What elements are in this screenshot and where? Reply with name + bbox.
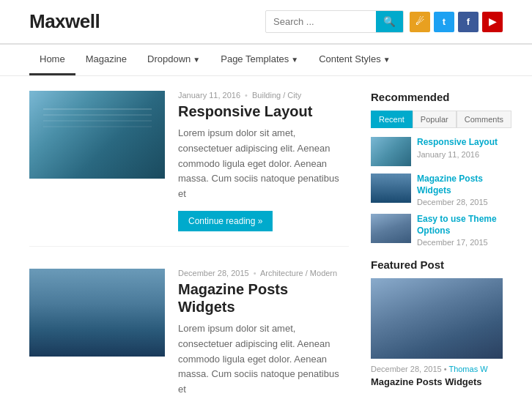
rec-date-3: December 17, 2015 xyxy=(417,238,503,247)
recommended-title: Recommended xyxy=(371,91,503,103)
article-title-2[interactable]: Magazine Posts Widgets xyxy=(178,280,349,316)
article-excerpt-2: Lorem ipsum dolor sit amet, consectetuer… xyxy=(178,321,349,398)
content-area: January 11, 2016 • Building / City Respo… xyxy=(29,91,349,399)
rec-title-1[interactable]: Responsive Layout xyxy=(417,137,498,149)
article-meta-1: January 11, 2016 • Building / City xyxy=(178,91,349,100)
nav-link-dropdown[interactable]: Dropdown▼ xyxy=(137,45,210,73)
tabs: Recent Popular Comments xyxy=(371,111,503,128)
rec-content-1: Responsive Layout January 11, 2016 xyxy=(417,137,498,159)
chevron-down-icon: ▼ xyxy=(383,56,391,64)
nav-item-dropdown[interactable]: Dropdown▼ xyxy=(137,45,210,75)
facebook-icon[interactable]: f xyxy=(458,12,479,32)
rec-item-2: Magazine Posts Widgets December 28, 2015 xyxy=(371,174,503,206)
rss-icon[interactable]: ☄ xyxy=(410,12,430,32)
nav-item-page-templates[interactable]: Page Templates▼ xyxy=(210,45,309,75)
continue-reading-1[interactable]: Continue reading xyxy=(178,211,273,231)
rec-thumb-1 xyxy=(371,137,411,166)
rec-item-1: Responsive Layout January 11, 2016 xyxy=(371,137,503,166)
rec-image-2 xyxy=(371,174,411,203)
article-2: December 28, 2015 • Architecture / Moder… xyxy=(29,269,349,399)
rec-date-1: January 11, 2016 xyxy=(417,150,498,159)
rec-thumb-3 xyxy=(371,214,411,243)
nav-link-content-styles[interactable]: Content Styles▼ xyxy=(309,45,400,73)
rec-content-2: Magazine Posts Widgets December 28, 2015 xyxy=(417,174,503,206)
rec-date-2: December 28, 2015 xyxy=(417,198,503,206)
featured-title: Featured Post xyxy=(371,258,503,271)
featured-date: December 28, 2015 xyxy=(371,365,442,373)
article-title-1[interactable]: Responsive Layout xyxy=(178,102,349,120)
sidebar: Recommended Recent Popular Comments Resp… xyxy=(371,91,503,399)
article-1: January 11, 2016 • Building / City Respo… xyxy=(29,91,349,247)
rec-content-3: Easy to use Theme Options December 17, 2… xyxy=(417,214,503,247)
search-button[interactable]: 🔍 xyxy=(376,11,403,32)
article-image-1 xyxy=(29,91,165,179)
article-body-2: December 28, 2015 • Architecture / Moder… xyxy=(178,269,349,399)
featured-image xyxy=(371,278,503,359)
twitter-icon[interactable]: t xyxy=(434,12,454,32)
nav-link-magazine[interactable]: Magazine xyxy=(75,45,137,73)
rec-thumb-2 xyxy=(371,174,411,203)
article-thumb-2 xyxy=(29,269,165,399)
rec-title-3[interactable]: Easy to use Theme Options xyxy=(417,214,503,236)
site-title: Maxwell xyxy=(29,10,100,33)
rec-item-3: Easy to use Theme Options December 17, 2… xyxy=(371,214,503,247)
nav-link-page-templates[interactable]: Page Templates▼ xyxy=(210,45,309,73)
chevron-down-icon: ▼ xyxy=(193,56,200,64)
social-icons: ☄ t f ▶ xyxy=(410,12,503,32)
article-excerpt-1: Lorem ipsum dolor sit amet, consectetuer… xyxy=(178,126,349,202)
article-body-1: January 11, 2016 • Building / City Respo… xyxy=(178,91,349,231)
tab-recent[interactable]: Recent xyxy=(371,111,413,128)
article-date-2: December 28, 2015 xyxy=(178,269,249,277)
tab-popular[interactable]: Popular xyxy=(413,111,457,128)
featured-post-title[interactable]: Magazine Posts Widgets xyxy=(371,376,503,389)
article-thumb-1 xyxy=(29,91,165,231)
featured-meta: December 28, 2015 • Thomas W xyxy=(371,365,503,373)
rec-image-3 xyxy=(371,214,411,243)
rec-title-2[interactable]: Magazine Posts Widgets xyxy=(417,174,503,196)
search-box: 🔍 xyxy=(265,10,404,33)
youtube-icon[interactable]: ▶ xyxy=(482,12,503,32)
nav-link-home[interactable]: Home xyxy=(29,45,75,73)
nav-item-content-styles[interactable]: Content Styles▼ xyxy=(309,45,400,75)
article-date-1: January 11, 2016 xyxy=(178,91,240,100)
nav-item-magazine[interactable]: Magazine xyxy=(75,45,137,75)
article-category-1: Building / City xyxy=(252,91,301,100)
featured-author: Thomas W xyxy=(448,365,487,373)
featured-section: Featured Post December 28, 2015 • Thomas… xyxy=(371,258,503,389)
article-category-2: Architecture / Modern xyxy=(260,269,337,277)
chevron-down-icon: ▼ xyxy=(291,56,298,64)
tab-comments[interactable]: Comments xyxy=(457,111,511,128)
nav-item-home[interactable]: Home xyxy=(29,45,75,75)
main-nav: Home Magazine Dropdown▼ Page Templates▼ … xyxy=(0,43,532,76)
search-input[interactable] xyxy=(266,12,376,31)
article-image-2 xyxy=(29,269,165,357)
rec-image-1 xyxy=(371,137,411,166)
search-icon: 🔍 xyxy=(383,16,396,27)
article-meta-2: December 28, 2015 • Architecture / Moder… xyxy=(178,269,349,277)
